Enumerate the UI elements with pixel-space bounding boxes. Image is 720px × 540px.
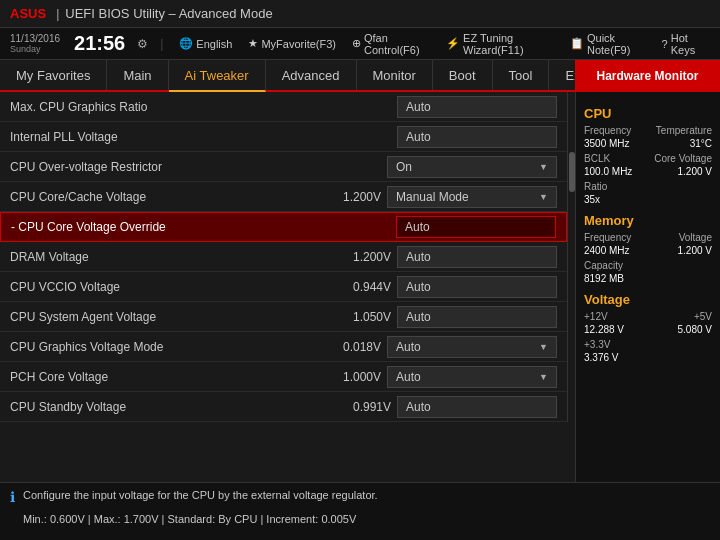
note-icon: 📋: [570, 37, 584, 50]
hw-mem-v-label: Voltage: [679, 232, 712, 243]
setting-value-cpu-core-voltage-override[interactable]: Auto: [396, 216, 556, 238]
setting-value-cpu-core-cache-voltage[interactable]: Manual Mode: [387, 186, 557, 208]
hw-ratio-val-row: 35x: [584, 194, 712, 205]
nav-bar: My Favorites Main Ai Tweaker Advanced Mo…: [0, 60, 720, 92]
quick-note-button[interactable]: 📋 Quick Note(F9): [566, 32, 650, 56]
header-divider: |: [56, 7, 59, 21]
setting-row-cpu-core-voltage-override[interactable]: - CPU Core Voltage Override Auto: [0, 212, 567, 242]
setting-value-cpu-graphics-voltage-mode[interactable]: Auto: [387, 336, 557, 358]
ez-tuning-label: EZ Tuning Wizard(F11): [463, 32, 554, 56]
hw-cpu-freq-val-row: 3500 MHz 31°C: [584, 138, 712, 149]
myfavorite-label: MyFavorite(F3): [261, 38, 336, 50]
hw-bclk-value: 100.0 MHz: [584, 166, 632, 177]
setting-voltage-pch-core: 1.000V: [333, 370, 381, 384]
hotkeys-icon: ?: [662, 38, 668, 50]
setting-row-cpu-system-agent[interactable]: CPU System Agent Voltage 1.050V Auto: [0, 302, 567, 332]
content-area: Max. CPU Graphics Ratio Auto Internal PL…: [0, 92, 720, 482]
setting-value-cpu-standby-voltage[interactable]: Auto: [397, 396, 557, 418]
scrollbar[interactable]: [567, 92, 575, 422]
setting-value-max-cpu-graphics[interactable]: Auto: [397, 96, 557, 118]
hw-v12-row: +12V +5V: [584, 311, 712, 322]
nav-advanced[interactable]: Advanced: [266, 60, 357, 90]
sep1: |: [160, 37, 163, 51]
hw-cpu-temp-value: 31°C: [690, 138, 712, 149]
header-title: UEFI BIOS Utility – Advanced Mode: [65, 6, 272, 21]
star-icon: ★: [248, 37, 258, 50]
hw-mem-cap-row: Capacity: [584, 260, 712, 271]
hw-mem-freq-label: Frequency: [584, 232, 631, 243]
hw-v33-value: 3.376 V: [584, 352, 618, 363]
hw-v33-label: +3.3V: [584, 339, 610, 350]
setting-value-cpu-overvolt-restrictor[interactable]: On: [387, 156, 557, 178]
hw-memory-section-title: Memory: [584, 213, 712, 228]
setting-label-max-cpu-graphics: Max. CPU Graphics Ratio: [10, 100, 397, 114]
setting-label-cpu-overvolt-restrictor: CPU Over-voltage Restrictor: [10, 160, 387, 174]
datetime: 11/13/2016 Sunday: [10, 33, 60, 54]
hw-bclk-val-row: 100.0 MHz 1.200 V: [584, 166, 712, 177]
hw-mem-cap-label: Capacity: [584, 260, 623, 271]
hw-v12-value: 12.288 V: [584, 324, 624, 335]
nav-tool[interactable]: Tool: [493, 60, 550, 90]
scrollbar-thumb[interactable]: [569, 152, 575, 192]
hw-mem-cap-value: 8192 MB: [584, 273, 624, 284]
util-bar: 11/13/2016 Sunday 21:56 ⚙ | 🌐 English ★ …: [0, 28, 720, 60]
hw-v12-label: +12V: [584, 311, 608, 322]
info-text-line1: Configure the input voltage for the CPU …: [23, 487, 378, 505]
nav-boot[interactable]: Boot: [433, 60, 493, 90]
qfan-button[interactable]: ⊕ Qfan Control(F6): [348, 32, 434, 56]
setting-value-cpu-vccio[interactable]: Auto: [397, 276, 557, 298]
setting-value-internal-pll[interactable]: Auto: [397, 126, 557, 148]
info-text-line2: Min.: 0.600V | Max.: 1.700V | Standard: …: [23, 511, 378, 529]
info-icon: ℹ: [10, 489, 15, 505]
hw-ratio-label: Ratio: [584, 181, 607, 192]
nav-main[interactable]: Main: [107, 60, 168, 90]
bolt-icon: ⚡: [446, 37, 460, 50]
setting-row-pch-core-voltage[interactable]: PCH Core Voltage 1.000V Auto: [0, 362, 567, 392]
setting-label-cpu-core-voltage-override: - CPU Core Voltage Override: [11, 220, 396, 234]
hot-keys-label: Hot Keys: [671, 32, 706, 56]
setting-label-cpu-system-agent: CPU System Agent Voltage: [10, 310, 343, 324]
language-selector[interactable]: 🌐 English: [175, 37, 236, 50]
hw-mem-freq-value: 2400 MHz: [584, 245, 630, 256]
date-display: 11/13/2016: [10, 33, 60, 44]
hw-bclk-row: BCLK Core Voltage: [584, 153, 712, 164]
setting-row-cpu-standby-voltage[interactable]: CPU Standby Voltage 0.991V Auto: [0, 392, 567, 422]
hw-mem-freq-val-row: 2400 MHz 1.200 V: [584, 245, 712, 256]
hw-voltage-section-title: Voltage: [584, 292, 712, 307]
setting-row-cpu-graphics-voltage-mode[interactable]: CPU Graphics Voltage Mode 0.018V Auto: [0, 332, 567, 362]
settings-gear-icon[interactable]: ⚙: [137, 37, 148, 51]
hw-v33-row: +3.3V: [584, 339, 712, 350]
header-bar: ASUS | UEFI BIOS Utility – Advanced Mode: [0, 0, 720, 28]
hw-cpu-section-title: CPU: [584, 106, 712, 121]
quick-note-label: Quick Note(F9): [587, 32, 646, 56]
hw-v33-val-row: 3.376 V: [584, 352, 712, 363]
setting-row-cpu-overvolt-restrictor[interactable]: CPU Over-voltage Restrictor On: [0, 152, 567, 182]
setting-row-dram-voltage[interactable]: DRAM Voltage 1.200V Auto: [0, 242, 567, 272]
setting-value-cpu-system-agent[interactable]: Auto: [397, 306, 557, 328]
language-label: English: [196, 38, 232, 50]
hw-monitor-sidebar: CPU Frequency Temperature 3500 MHz 31°C …: [575, 92, 720, 482]
setting-row-cpu-vccio[interactable]: CPU VCCIO Voltage 0.944V Auto: [0, 272, 567, 302]
nav-monitor[interactable]: Monitor: [357, 60, 433, 90]
hw-mem-v-value: 1.200 V: [678, 245, 712, 256]
ez-tuning-button[interactable]: ⚡ EZ Tuning Wizard(F11): [442, 32, 558, 56]
hw-monitor-header: Hardware Monitor: [575, 60, 720, 92]
setting-label-cpu-standby-voltage: CPU Standby Voltage: [10, 400, 343, 414]
nav-my-favorites[interactable]: My Favorites: [0, 60, 107, 90]
setting-label-dram-voltage: DRAM Voltage: [10, 250, 343, 264]
hot-keys-button[interactable]: ? Hot Keys: [658, 32, 710, 56]
setting-row-max-cpu-graphics[interactable]: Max. CPU Graphics Ratio Auto: [0, 92, 567, 122]
myfavorite-button[interactable]: ★ MyFavorite(F3): [244, 37, 340, 50]
setting-row-cpu-core-cache-voltage[interactable]: CPU Core/Cache Voltage 1.200V Manual Mod…: [0, 182, 567, 212]
hw-ratio-row: Ratio: [584, 181, 712, 192]
setting-value-pch-core-voltage[interactable]: Auto: [387, 366, 557, 388]
setting-label-internal-pll: Internal PLL Voltage: [10, 130, 397, 144]
setting-row-internal-pll[interactable]: Internal PLL Voltage Auto: [0, 122, 567, 152]
setting-label-cpu-core-cache-voltage: CPU Core/Cache Voltage: [10, 190, 333, 204]
hw-cpu-freq-value: 3500 MHz: [584, 138, 630, 149]
setting-value-dram-voltage[interactable]: Auto: [397, 246, 557, 268]
info-bar: ℹ Configure the input voltage for the CP…: [0, 482, 720, 540]
asus-logo: ASUS: [10, 6, 46, 21]
info-content: Configure the input voltage for the CPU …: [23, 487, 378, 528]
nav-ai-tweaker[interactable]: Ai Tweaker: [169, 60, 266, 92]
